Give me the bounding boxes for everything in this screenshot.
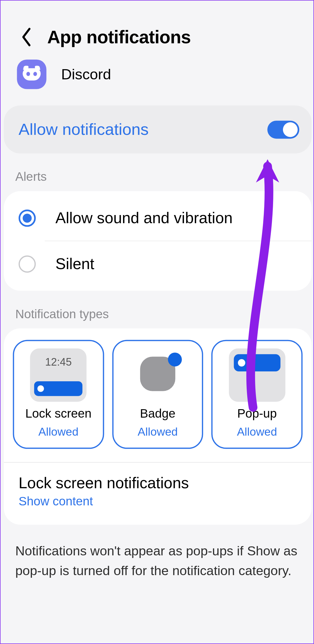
type-status: Allowed — [38, 425, 78, 439]
type-status: Allowed — [237, 425, 277, 439]
type-title: Badge — [140, 407, 175, 421]
alerts-card: Allow sound and vibration Silent — [4, 191, 311, 291]
alert-option-label: Silent — [55, 255, 94, 273]
type-badge[interactable]: Badge Allowed — [112, 340, 203, 449]
footer-note: Notifications won't appear as pop-ups if… — [1, 525, 314, 597]
radio-unselected-icon — [19, 255, 36, 272]
chevron-left-icon — [19, 27, 33, 47]
allow-notifications-toggle[interactable] — [267, 120, 299, 138]
notification-types-card: 12:45 Lock screen Allowed Badge Allowed … — [4, 328, 311, 525]
popup-preview-icon — [229, 348, 285, 402]
lockscreen-notifications-row[interactable]: Lock screen notifications Show content — [13, 463, 302, 525]
badge-preview-icon — [129, 348, 186, 402]
page-title: App notifications — [47, 27, 191, 47]
back-button[interactable] — [19, 27, 33, 47]
app-row[interactable]: Discord — [1, 60, 314, 105]
type-popup[interactable]: Pop-up Allowed — [212, 340, 303, 449]
type-title: Pop-up — [237, 407, 277, 421]
types-section-label: Notification types — [1, 291, 314, 328]
app-name: Discord — [61, 66, 111, 83]
allow-notifications-row[interactable]: Allow notifications — [4, 105, 311, 153]
radio-selected-icon — [19, 209, 36, 226]
allow-notifications-label: Allow notifications — [19, 120, 149, 139]
alert-option-sound-vibration[interactable]: Allow sound and vibration — [4, 195, 311, 241]
header: App notifications — [1, 1, 314, 60]
discord-app-icon — [17, 60, 46, 89]
lockscreen-notifications-subtitle: Show content — [19, 494, 297, 508]
lockscreen-notifications-title: Lock screen notifications — [19, 474, 297, 492]
type-title: Lock screen — [25, 407, 91, 421]
type-status: Allowed — [138, 425, 178, 439]
alert-option-label: Allow sound and vibration — [55, 209, 233, 227]
lockscreen-preview-icon: 12:45 — [30, 348, 87, 402]
preview-time: 12:45 — [30, 356, 87, 368]
alert-option-silent[interactable]: Silent — [4, 241, 311, 287]
type-lockscreen[interactable]: 12:45 Lock screen Allowed — [13, 340, 104, 449]
alerts-section-label: Alerts — [1, 153, 314, 191]
